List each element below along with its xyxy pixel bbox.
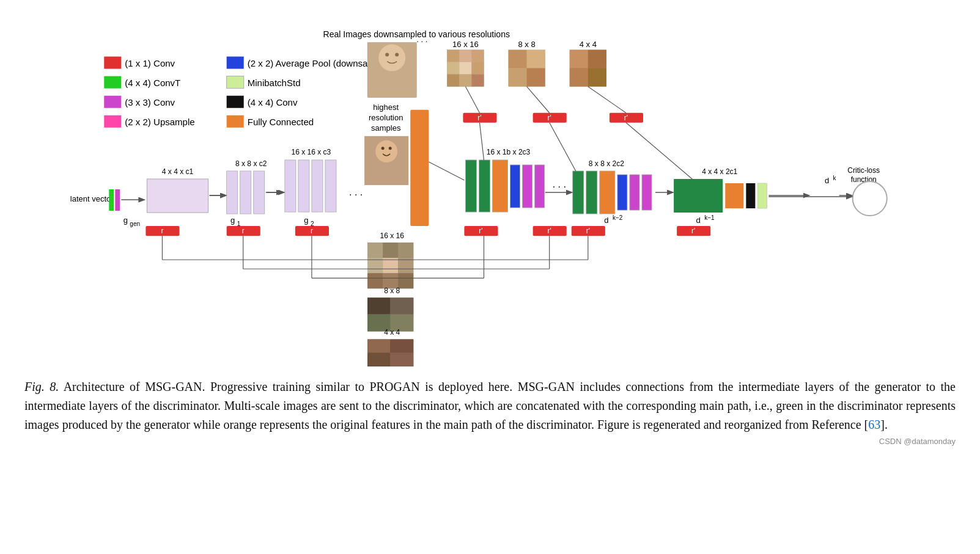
svg-text:d: d — [604, 216, 608, 225]
svg-rect-28 — [459, 50, 471, 62]
svg-rect-111 — [479, 160, 490, 212]
svg-rect-32 — [471, 62, 484, 75]
svg-rect-47 — [588, 68, 606, 87]
svg-text:16 x 16 x c3: 16 x 16 x c3 — [292, 148, 331, 156]
svg-rect-22 — [367, 43, 416, 98]
svg-rect-6 — [227, 76, 244, 89]
svg-text:8 x 8: 8 x 8 — [384, 286, 400, 295]
svg-line-153 — [479, 123, 484, 160]
svg-text:(1 x 1) Conv: (1 x 1) Conv — [125, 58, 175, 68]
svg-rect-120 — [573, 171, 584, 214]
svg-text:highest: highest — [373, 103, 399, 112]
svg-rect-94 — [367, 273, 383, 288]
svg-rect-35 — [471, 75, 484, 87]
svg-rect-123 — [617, 175, 627, 210]
svg-rect-64 — [254, 171, 265, 214]
svg-rect-72 — [298, 160, 309, 212]
svg-text:Critic-loss: Critic-loss — [847, 166, 880, 175]
svg-text:. . .: . . . — [416, 35, 427, 44]
svg-rect-112 — [493, 160, 508, 212]
svg-text:4 x 4: 4 x 4 — [384, 328, 400, 337]
svg-text:resolution: resolution — [369, 113, 403, 122]
svg-rect-133 — [746, 183, 755, 208]
svg-text:r': r' — [624, 114, 628, 122]
svg-text:r': r' — [479, 227, 482, 235]
svg-text:Fully Connected: Fully Connected — [248, 117, 314, 127]
caption-text: Architecture of MSG-GAN. Progressive tra… — [24, 380, 956, 431]
svg-point-82 — [375, 140, 397, 162]
reference-link[interactable]: 63 — [868, 418, 880, 431]
svg-rect-2 — [227, 57, 244, 69]
svg-text:8 x 8 x c2: 8 x 8 x c2 — [235, 159, 267, 168]
svg-rect-50 — [115, 189, 120, 211]
svg-rect-88 — [367, 242, 383, 258]
caption: Fig. 8. Architecture of MSG-GAN. Progres… — [24, 377, 956, 434]
svg-rect-110 — [465, 160, 476, 212]
svg-rect-30 — [447, 62, 459, 75]
svg-text:16 x 1b x 2c3: 16 x 1b x 2c3 — [487, 148, 531, 156]
svg-rect-63 — [240, 171, 251, 214]
svg-rect-12 — [104, 115, 121, 128]
svg-rect-62 — [227, 171, 238, 214]
svg-rect-92 — [383, 258, 398, 273]
svg-rect-93 — [398, 258, 413, 273]
svg-rect-71 — [285, 160, 296, 212]
svg-text:(4 x 4) ConvT: (4 x 4) ConvT — [125, 78, 180, 88]
svg-text:. . .: . . . — [553, 178, 566, 189]
svg-point-143 — [853, 181, 887, 216]
svg-point-83 — [381, 147, 385, 150]
svg-rect-14 — [227, 115, 244, 128]
svg-rect-122 — [600, 171, 615, 214]
svg-rect-4 — [104, 76, 121, 89]
svg-rect-124 — [630, 175, 639, 210]
svg-text:r: r — [311, 227, 313, 235]
svg-text:k: k — [833, 175, 837, 181]
svg-text:16 x 16: 16 x 16 — [380, 231, 404, 240]
svg-rect-34 — [459, 75, 471, 87]
svg-text:r': r' — [548, 114, 551, 122]
svg-rect-106 — [390, 339, 413, 352]
svg-rect-29 — [471, 50, 484, 62]
svg-rect-38 — [509, 50, 527, 68]
svg-text:r: r — [161, 227, 163, 235]
svg-rect-74 — [325, 160, 336, 212]
svg-rect-8 — [104, 96, 121, 108]
svg-rect-27 — [447, 50, 459, 62]
svg-rect-40 — [509, 68, 527, 87]
svg-text:k−1: k−1 — [704, 214, 715, 221]
svg-text:(4 x 4) Conv: (4 x 4) Conv — [248, 97, 298, 108]
svg-rect-44 — [570, 50, 588, 68]
svg-rect-134 — [757, 183, 767, 208]
svg-rect-121 — [586, 171, 597, 214]
svg-line-152 — [588, 87, 626, 113]
svg-text:d: d — [825, 176, 829, 185]
svg-rect-39 — [527, 50, 545, 68]
svg-text:4 x 4 x c1: 4 x 4 x c1 — [162, 167, 194, 176]
svg-text:8 x 8 x 2c2: 8 x 8 x 2c2 — [589, 159, 624, 168]
svg-rect-85 — [410, 110, 429, 226]
svg-rect-41 — [527, 68, 545, 87]
svg-text:r': r' — [586, 227, 590, 235]
svg-line-151 — [527, 87, 550, 113]
svg-text:d: d — [696, 216, 701, 225]
svg-text:g: g — [230, 216, 235, 225]
svg-rect-10 — [227, 96, 244, 108]
svg-text:. . .: . . . — [349, 186, 363, 197]
svg-text:MinibatchStd: MinibatchStd — [248, 78, 301, 88]
svg-text:4 x 4 x 2c1: 4 x 4 x 2c1 — [702, 167, 737, 176]
svg-text:8 x 8: 8 x 8 — [518, 40, 536, 49]
svg-text:k−2: k−2 — [613, 214, 623, 221]
svg-rect-31 — [459, 62, 471, 75]
svg-text:(2 x 2) Upsample: (2 x 2) Upsample — [125, 117, 194, 127]
svg-rect-108 — [390, 353, 413, 366]
svg-text:16 x 16: 16 x 16 — [452, 40, 479, 49]
svg-text:r': r' — [477, 114, 481, 122]
svg-rect-115 — [535, 165, 545, 208]
svg-rect-0 — [104, 57, 121, 69]
svg-rect-113 — [510, 165, 520, 208]
diagram-container: (1 x 1) Conv (2 x 2) Average Pool (downs… — [24, 12, 956, 366]
svg-text:g: g — [304, 216, 308, 225]
svg-rect-99 — [367, 297, 390, 314]
svg-text:samples: samples — [371, 123, 401, 133]
svg-text:4 x 4: 4 x 4 — [580, 40, 597, 49]
